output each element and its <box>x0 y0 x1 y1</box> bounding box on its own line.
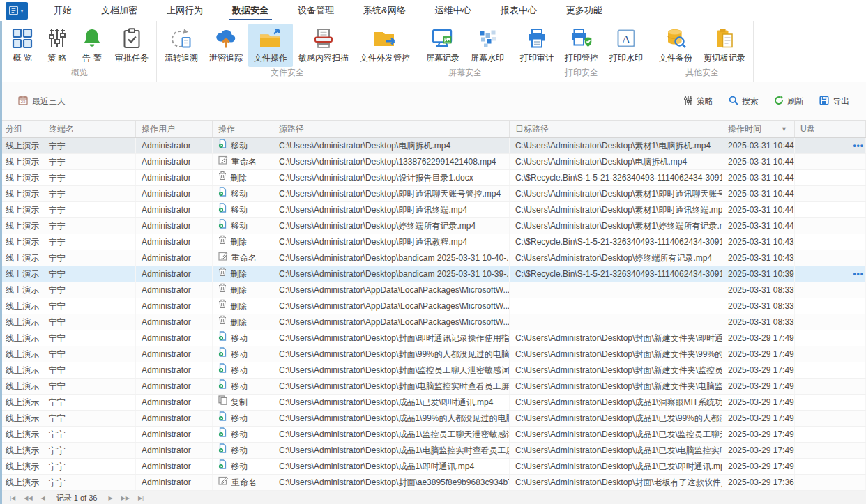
ribbon-item-label: 文件备份 <box>659 52 692 64</box>
table-row[interactable]: 线上演示宁宁Administrator移动C:\Users\Administra… <box>0 330 866 346</box>
menu-item-ops-center[interactable]: 运维中心 <box>420 0 486 21</box>
move-operation-icon <box>218 411 227 426</box>
table-row[interactable]: 线上演示宁宁Administrator移动C:\Users\Administra… <box>0 427 866 443</box>
usb-cell <box>795 202 866 217</box>
more-actions-button[interactable]: ••• <box>853 266 864 282</box>
table-row[interactable]: 线上演示宁宁Administrator删除C:\Users\Administra… <box>0 170 866 186</box>
first-page-button[interactable]: |◀ <box>7 495 18 501</box>
menu-item-report-center[interactable]: 报表中心 <box>486 0 552 21</box>
table-row[interactable]: 线上演示宁宁Administrator移动C:\Users\Administra… <box>0 362 866 379</box>
user-cell: Administrator <box>136 218 213 234</box>
column-header-8[interactable]: U盘 <box>795 121 866 137</box>
move-operation-icon <box>218 346 227 362</box>
delete-operation-icon <box>218 266 227 282</box>
source-path-cell: C:\Users\Administrator\Desktop\bandicam … <box>273 250 510 266</box>
fast-next-page-button[interactable]: ▶▶ <box>119 495 132 501</box>
table-row[interactable]: 线上演示宁宁Administrator重命名C:\Users\Administr… <box>0 475 866 491</box>
menu-item-doc-encrypt[interactable]: 文档加密 <box>86 0 152 21</box>
ribbon-item-policy[interactable]: 策 略 <box>40 24 75 67</box>
ribbon-item-sensitive-scan[interactable]: 敏感内容扫描 <box>293 24 354 67</box>
menu-item-web-behavior[interactable]: 上网行为 <box>152 0 218 21</box>
ribbon-item-label: 文件操作 <box>254 52 287 64</box>
policy-button[interactable]: 策略 <box>683 96 713 107</box>
more-actions-button[interactable]: ••• <box>853 138 864 153</box>
column-header-2[interactable]: 终端名 <box>43 121 136 137</box>
table-row[interactable]: 线上演示宁宁Administrator移动C:\Users\Administra… <box>0 346 866 362</box>
search-button[interactable]: 搜索 <box>729 96 759 107</box>
prev-page-button[interactable]: ◀ <box>38 495 48 501</box>
ribbon-item-clipboard-record[interactable]: 剪切板记录 <box>698 24 751 67</box>
table-row[interactable]: 线上演示宁宁Administrator删除C:\Users\Administra… <box>0 266 866 282</box>
operation-cell: 复制 <box>213 395 273 410</box>
usb-cell <box>795 395 866 410</box>
menu-item-data-security[interactable]: 数据安全 <box>218 0 283 21</box>
table-row[interactable]: 线上演示宁宁Administrator重命名C:\Users\Administr… <box>0 250 866 266</box>
date-filter-button[interactable]: 23 最近三天 <box>18 96 66 107</box>
app-menu-button[interactable]: ▼ <box>6 2 28 20</box>
menu-item-system-network[interactable]: 系统&网络 <box>349 0 420 21</box>
ribbon-item-print-watermark[interactable]: A打印水印 <box>604 24 648 67</box>
table-row[interactable]: 线上演示宁宁Administrator移动C:\Users\Administra… <box>0 411 866 427</box>
file-outgoing-control-icon <box>373 26 397 50</box>
user-cell: Administrator <box>136 411 213 426</box>
column-header-7[interactable]: 操作时间▼ <box>722 121 795 137</box>
column-header-5[interactable]: 源路径 <box>273 121 510 137</box>
filter-dropdown-icon[interactable]: ▼ <box>781 121 787 137</box>
group-cell: 线上演示 <box>0 170 43 185</box>
table-row[interactable]: 线上演示宁宁Administrator删除C:\Users\Administra… <box>0 298 866 314</box>
menu-item-device-mgmt[interactable]: 设备管理 <box>283 0 349 21</box>
table-row[interactable]: 线上演示宁宁Administrator删除C:\Users\Administra… <box>0 234 866 250</box>
table-row[interactable]: 线上演示宁宁Administrator移动C:\Users\Administra… <box>0 443 866 459</box>
ribbon-item-file-operations[interactable]: 文件操作 <box>248 24 293 67</box>
table-row[interactable]: 线上演示宁宁Administrator移动C:\Users\Administra… <box>0 138 866 154</box>
table-row[interactable]: 线上演示宁宁Administrator删除C:\Users\Administra… <box>0 282 866 298</box>
operation-label: 移动 <box>231 411 248 426</box>
menu-item-start[interactable]: 开始 <box>39 0 86 21</box>
ribbon-item-overview[interactable]: 概 览 <box>5 24 40 67</box>
fast-prev-page-button[interactable]: ◀◀ <box>21 495 35 501</box>
ribbon-item-screen-record[interactable]: 屏幕记录 <box>420 24 465 67</box>
last-page-button[interactable]: ▶| <box>135 495 146 501</box>
ribbon-item-flow-trace[interactable]: 流转追溯 <box>159 24 204 67</box>
column-header-1[interactable]: 分组 <box>0 121 43 137</box>
column-header-6[interactable]: 目标路径 <box>510 121 722 137</box>
source-path-cell: C:\Users\Administrator\Desktop\电脑拆机.mp4 <box>273 138 510 153</box>
ribbon-item-approval-tasks[interactable]: 审批任务 <box>109 24 154 67</box>
ribbon-item-print-audit[interactable]: 打印审计 <box>515 24 559 67</box>
menu-item-more-features[interactable]: 更多功能 <box>552 0 617 21</box>
table-row[interactable]: 线上演示宁宁Administrator移动C:\Users\Administra… <box>0 379 866 395</box>
terminal-cell: 宁宁 <box>43 218 136 234</box>
column-header-3[interactable]: 操作用户 <box>136 121 213 137</box>
ribbon-group: 打印审计打印管控A打印水印打印安全 <box>512 21 651 82</box>
usb-cell <box>795 154 866 169</box>
refresh-button[interactable]: 刷新 <box>774 96 804 107</box>
ribbon-group: 流转追溯泄密追踪文件操作敏感内容扫描文件外发管控文件安全 <box>157 21 418 82</box>
export-button[interactable]: 导出 <box>819 96 849 107</box>
user-cell: Administrator <box>136 459 213 474</box>
ribbon-item-label: 剪切板记录 <box>704 52 745 64</box>
group-cell: 线上演示 <box>0 346 43 362</box>
user-cell: Administrator <box>136 443 213 458</box>
user-cell: Administrator <box>136 314 213 330</box>
next-page-button[interactable]: ▶ <box>105 495 115 501</box>
search-icon <box>729 96 738 107</box>
ribbon-item-print-control[interactable]: 打印管控 <box>559 24 604 67</box>
terminal-cell: 宁宁 <box>43 379 136 394</box>
ribbon-item-file-backup[interactable]: 文件备份 <box>653 24 698 67</box>
table-row[interactable]: 线上演示宁宁Administrator删除C:\Users\Administra… <box>0 314 866 330</box>
table-row[interactable]: 线上演示宁宁Administrator移动C:\Users\Administra… <box>0 202 866 218</box>
ribbon-item-screen-watermark[interactable]: 屏幕水印 <box>465 24 510 67</box>
table-row[interactable]: 线上演示宁宁Administrator复制C:\Users\Administra… <box>0 395 866 411</box>
user-cell: Administrator <box>136 234 213 250</box>
ribbon-item-file-outgoing-control[interactable]: 文件外发管控 <box>354 24 416 67</box>
terminal-cell: 宁宁 <box>43 266 136 282</box>
table-row[interactable]: 线上演示宁宁Administrator移动C:\Users\Administra… <box>0 218 866 234</box>
column-header-4[interactable]: 操作 <box>213 121 273 137</box>
ribbon-item-leak-tracking[interactable]: 泄密追踪 <box>204 24 248 67</box>
operation-label: 删除 <box>230 266 247 282</box>
table-row[interactable]: 线上演示宁宁Administrator移动C:\Users\Administra… <box>0 186 866 202</box>
operation-label: 移动 <box>231 362 248 378</box>
table-row[interactable]: 线上演示宁宁Administrator移动C:\Users\Administra… <box>0 459 866 475</box>
table-row[interactable]: 线上演示宁宁Administrator重命名C:\Users\Administr… <box>0 154 866 170</box>
ribbon-item-alert[interactable]: 告 警 <box>75 24 109 67</box>
